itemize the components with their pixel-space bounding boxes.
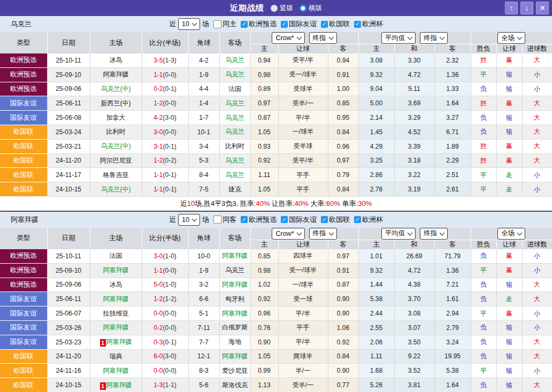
average-time-select[interactable]: 终指 [420,32,448,44]
handicap-line: 半/一 [278,364,328,378]
result-handicap: 走 [496,168,522,182]
avg-draw-odds: 3.30 [394,53,434,67]
league-type-badge: 欧洲预选 [0,278,47,292]
avg-home-odds: 1.44 [358,278,394,292]
subcol-avg-home: 主 [358,240,394,249]
match-score: 1-2(0-0) [142,96,188,111]
league-filter-euro-qualifier[interactable]: ✓欧洲预选 [241,215,277,225]
chevron-down-icon [517,35,523,40]
summary-text-part: 单率: [340,199,358,207]
layout-horizontal-radio[interactable]: 横版 [300,4,322,13]
red-card-badge: 1 [100,382,106,390]
match-date: 25-03-24 [47,125,90,139]
close-button[interactable]: ✕ [536,2,549,14]
match-date: 25-03-26 [47,320,90,335]
match-date: 25-06-08 [47,111,90,125]
handicap-home-odds: 0.85 [250,249,278,263]
period-select[interactable]: 全场 [497,228,525,240]
home-team: 阿塞拜疆 [90,67,142,82]
subcol-goals: 进球数 [522,44,552,54]
handicap-home-odds: 0.92 [250,153,278,168]
checkbox-checked-icon: ✓ [241,216,248,223]
table-row: 欧洲预选25-10-11法国3-0(1-0)10-0阿塞拜疆0.85四球半0.9… [0,249,552,263]
match-date: 25-10-11 [47,249,90,263]
move-down-button[interactable]: ↓ [520,2,533,14]
avg-draw-odds: 3.08 [394,306,434,321]
filter-controls: 近 10 场 同主 ✓欧洲预选 ✓国际友谊 ✓欧国联 ✓欧洲杯 [169,18,383,30]
avg-home-odds: 2.86 [358,168,394,182]
chevron-down-icon [296,35,302,40]
table-row: 欧国联25-03-24比利时3-0(0-0)10-1乌克兰1.05一/球半0.8… [0,125,552,139]
result-handicap: 赢 [496,249,522,263]
summary-stat-value: 40% [256,199,270,207]
away-team: 乌克兰 [219,53,250,67]
period-select[interactable]: 全场 [497,32,525,44]
corner-count: 5-6 [188,378,219,392]
handicap-away-odds: 0.97 [328,249,358,263]
league-type-badge: 欧国联 [0,153,47,168]
halftime-score: (0-0) [163,99,177,107]
table-header: 类型 日期 主场 比分(半场) 角球 客场 Crow* 终指 平均值 [0,228,552,249]
away-team: 乌克兰 [219,111,250,125]
home-team: 瑞典 [90,349,142,364]
table-row: 欧国联24-10-151阿塞拜疆1-3(1-1)5-6斯洛伐克1.13受半/一0… [0,378,552,392]
fulltime-score: 0-2 [154,324,163,332]
average-select[interactable]: 平均值 [381,32,416,44]
league-filter-euro-cup[interactable]: ✓欧洲杯 [354,215,383,225]
handicap-away-odds: 0.96 [328,139,358,153]
same-venue-checkbox[interactable]: 同主 [213,19,236,29]
league-filter-euro-qualifier[interactable]: ✓欧洲预选 [241,19,277,29]
league-filter-euro-cup[interactable]: ✓欧洲杯 [354,19,383,29]
halftime-score: (0-0) [163,267,177,274]
league-filter-nations-league[interactable]: ✓欧国联 [321,215,350,225]
handicap-home-odds: 1.05 [250,182,278,197]
avg-draw-odds: 3.81 [394,378,434,392]
fulltime-score: 5-0 [154,281,163,288]
window-buttons: ↑ ↓ ✕ [505,2,549,14]
chevron-down-icon [408,230,413,236]
summary-stat-value: 30% [358,199,372,207]
handicap-line: 四球半 [278,249,328,263]
layout-vertical-radio[interactable]: 竖版 [271,4,293,13]
avg-home-odds: 2.06 [358,335,394,349]
home-team-name: 新西兰(中) [101,99,131,107]
same-venue-checkbox[interactable]: 同客 [213,215,236,225]
bookmaker-select[interactable]: Crow* [272,32,304,44]
handicap-away-odds: 0.84 [328,182,358,197]
away-team-name: 比利时 [225,142,244,150]
avg-home-odds: 9.32 [358,263,394,278]
average-time-select[interactable]: 终指 [420,228,448,240]
avg-home-odds: 3.25 [358,153,394,168]
league-type-badge: 欧国联 [0,182,47,197]
odds-time-select[interactable]: 终指 [309,228,337,240]
league-filter-nations-league[interactable]: ✓欧国联 [321,19,350,29]
league-type-badge: 国际友谊 [0,335,47,349]
bookmaker-select-value: Crow* [275,34,294,42]
col-date: 日期 [47,228,90,249]
odds-time-select[interactable]: 终指 [309,32,337,44]
home-team: 阿塞拜疆 [90,263,142,278]
league-label: 欧洲杯 [362,19,383,29]
fulltime-score: 3-1 [154,143,163,150]
avg-away-odds: 3.24 [434,335,471,349]
away-team: 乌克兰 [219,263,250,278]
result-winloss: 平 [471,182,496,197]
league-filter-friendly[interactable]: ✓国际友谊 [281,215,317,225]
avg-home-odds: 3.08 [358,53,394,67]
avg-away-odds: 1.89 [434,139,471,153]
move-up-button[interactable]: ↑ [505,2,518,14]
match-date: 24-11-16 [47,364,90,378]
titlebar-center: 近期战绩 竖版 横版 [0,0,552,16]
header-group-row: 类型 日期 主场 比分(半场) 角球 客场 Crow* 终指 平均值 [0,228,552,240]
match-date: 25-06-11 [47,96,90,111]
corner-count: 1-7 [188,111,219,125]
avg-away-odds: 2.32 [434,53,471,67]
league-type-badge: 欧国联 [0,168,47,182]
league-label: 国际友谊 [289,215,317,225]
league-filter-friendly[interactable]: ✓国际友谊 [281,19,317,29]
bookmaker-select[interactable]: Crow* [272,228,304,240]
average-select[interactable]: 平均值 [381,228,416,240]
match-count-select[interactable]: 10 [178,18,200,30]
match-count-select[interactable]: 10 [178,214,200,226]
home-team: 乌克兰(中) [90,182,142,197]
